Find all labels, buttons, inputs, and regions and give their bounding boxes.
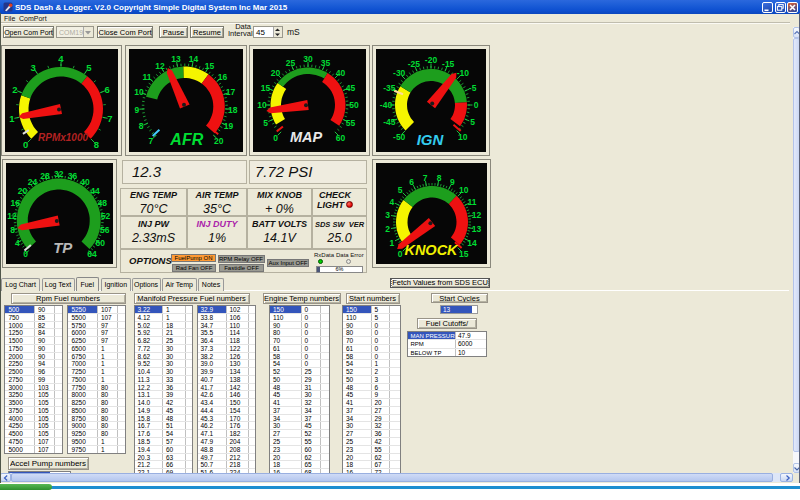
svg-text:4: 4 [390,197,395,207]
svg-text:2: 2 [12,84,17,95]
svg-text:10: 10 [134,87,144,97]
svg-text:2: 2 [385,224,390,234]
svg-text:-25: -25 [408,59,421,69]
svg-text:-35: -35 [383,83,396,93]
svg-text:25: 25 [286,58,296,68]
svg-text:10: 10 [458,132,468,142]
svg-text:5: 5 [263,118,268,128]
svg-text:12: 12 [155,61,165,71]
svg-text:20: 20 [18,186,28,196]
svg-text:7: 7 [149,136,154,146]
svg-text:9: 9 [135,105,140,115]
svg-text:8: 8 [437,173,442,183]
svg-text:17: 17 [226,87,236,97]
svg-text:5: 5 [470,117,475,127]
svg-text:4: 4 [15,238,20,248]
svg-text:MAP: MAP [290,129,323,145]
svg-text:-45: -45 [383,117,396,127]
svg-text:4: 4 [58,53,64,64]
svg-text:-15: -15 [442,59,455,69]
svg-text:56: 56 [100,225,110,235]
svg-text:18: 18 [228,105,238,115]
svg-text:11: 11 [468,197,477,207]
svg-text:0: 0 [398,249,403,259]
svg-text:-10: -10 [457,68,470,78]
svg-text:48: 48 [97,198,107,208]
svg-text:36: 36 [68,171,78,181]
svg-text:12: 12 [7,211,17,221]
svg-text:-20: -20 [425,55,438,65]
svg-text:55: 55 [346,118,356,128]
svg-text:16: 16 [11,198,21,208]
svg-text:12: 12 [472,210,482,220]
svg-text:KNOCK: KNOCK [404,242,459,258]
svg-text:40: 40 [336,68,346,78]
svg-text:6: 6 [105,84,110,95]
svg-text:15: 15 [205,61,215,71]
svg-text:32: 32 [54,169,64,179]
svg-text:-40: -40 [380,100,393,110]
svg-text:8: 8 [94,139,99,150]
svg-text:0: 0 [273,133,278,143]
svg-text:60: 60 [95,238,105,248]
svg-text:10: 10 [459,185,469,195]
svg-text:44: 44 [90,186,100,196]
svg-text:AFR: AFR [169,131,203,148]
svg-text:8: 8 [139,121,144,131]
svg-text:64: 64 [87,249,97,259]
svg-text:20: 20 [271,68,281,78]
svg-text:13: 13 [171,54,181,64]
svg-text:28: 28 [40,171,50,181]
svg-text:45: 45 [346,83,356,93]
svg-text:13: 13 [472,224,482,234]
svg-text:7: 7 [107,113,112,124]
svg-text:3: 3 [385,210,390,220]
svg-text:10: 10 [257,100,267,110]
svg-text:-30: -30 [393,68,406,78]
svg-text:5: 5 [86,62,92,73]
svg-text:11: 11 [143,72,152,82]
svg-text:50: 50 [349,100,359,110]
svg-text:35: 35 [321,58,331,68]
svg-text:14: 14 [467,238,477,248]
svg-text:16: 16 [218,72,228,82]
svg-text:1: 1 [390,238,395,248]
svg-text:3: 3 [31,62,36,73]
svg-text:TP: TP [53,239,73,256]
svg-text:14: 14 [189,54,199,64]
svg-text:19: 19 [224,121,234,131]
svg-text:6: 6 [409,177,414,187]
svg-text:30: 30 [303,54,313,64]
svg-text:52: 52 [101,211,111,221]
svg-text:0: 0 [23,139,28,150]
svg-text:8: 8 [10,225,15,235]
svg-text:15: 15 [261,83,271,93]
svg-text:24: 24 [28,177,38,187]
svg-text:1: 1 [9,113,15,124]
svg-text:60: 60 [336,133,346,143]
svg-text:0: 0 [474,100,479,110]
svg-text:15: 15 [459,249,469,259]
svg-text:20: 20 [214,136,224,146]
svg-text:RPMx1000: RPMx1000 [38,132,88,143]
svg-text:5: 5 [398,185,403,195]
svg-text:9: 9 [450,177,455,187]
svg-text:-5: -5 [469,83,477,93]
svg-text:7: 7 [423,173,428,183]
svg-text:IGN: IGN [417,131,445,148]
svg-text:40: 40 [80,177,90,187]
svg-text:-50: -50 [393,132,406,142]
